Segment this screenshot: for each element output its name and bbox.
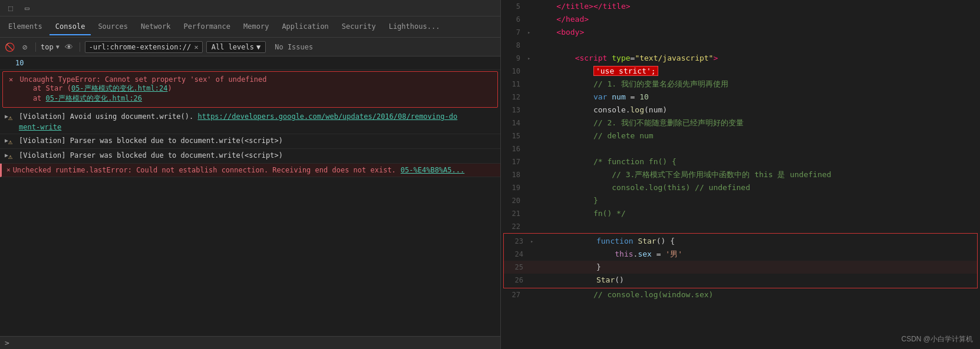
line-number-24: 24 — [504, 248, 530, 261]
tab-security[interactable]: Security — [336, 19, 382, 35]
code-line-23: 23 ▸ function Star() { — [504, 235, 977, 248]
toolbar-separator-2 — [80, 42, 80, 52]
line-content-13: console.log(num) — [536, 104, 980, 117]
levels-label: All levels — [212, 43, 254, 51]
code-line-24: 24 this.sex = '男' — [504, 248, 977, 261]
line-content-7: <body> — [536, 26, 980, 39]
device-icon[interactable]: ▭ — [21, 2, 33, 14]
eye-icon[interactable]: 👁 — [63, 41, 75, 53]
console-content: 10 ✕ Uncaught TypeError: Cannot set prop… — [0, 56, 500, 336]
warning-icon-2: ⚠ — [8, 137, 17, 147]
line-number-6: 6 — [501, 13, 527, 26]
line-number-7: 7 — [501, 26, 527, 39]
warning-icon-1: ⚠ — [8, 112, 17, 123]
line-content-18: // 3.严格模式下全局作用域中函数中的 this 是 undefined — [536, 168, 980, 181]
line-content-25: } — [539, 261, 977, 274]
line-number-5: 5 — [501, 0, 527, 13]
code-editor-panel: 5 </title></title> 6 </head> 7 ▸ <body> … — [501, 0, 980, 349]
error-highlight-box: 23 ▸ function Star() { 24 this.sex = '男'… — [503, 233, 978, 288]
line-content-27: // console.log(window.sex) — [536, 288, 980, 301]
code-line-11: 11 // 1. 我们的变量名必须先声明再使用 — [501, 78, 980, 91]
output-value: 10 — [15, 58, 24, 68]
unchecked-error-text: Unchecked runtime.lastError: Could not e… — [13, 165, 396, 175]
line-content-24: this.sex = '男' — [539, 248, 977, 261]
console-toolbar: 🚫 ⊘ top ▼ 👁 ✕ All levels ▼ No Issues — [0, 38, 500, 56]
line-number-10: 10 — [501, 65, 527, 78]
filter-clear-button[interactable]: ✕ — [194, 43, 198, 51]
error-icon: ✕ — [9, 75, 13, 84]
no-issues-button[interactable]: No Issues — [269, 41, 318, 53]
line-number-25: 25 — [504, 261, 530, 274]
line-content-19: console.log(this) // undefined — [536, 181, 980, 194]
log-levels-button[interactable]: All levels ▼ — [206, 41, 266, 53]
tab-lighthouse[interactable]: Lighthous... — [383, 19, 446, 35]
error-block: ✕ Uncaught TypeError: Cannot set propert… — [2, 71, 498, 108]
tab-application[interactable]: Application — [276, 19, 334, 35]
error-main-message: ✕ Uncaught TypeError: Cannot set propert… — [9, 75, 491, 84]
code-line-5: 5 </title></title> — [501, 0, 980, 13]
cursor-icon[interactable]: ⬚ — [5, 2, 17, 14]
violation-text-3: [Violation] Parser was blocked due to do… — [19, 150, 283, 161]
unchecked-error-link[interactable]: 05-%E4%B8%A5... — [401, 165, 464, 175]
console-input[interactable] — [14, 339, 496, 347]
console-violation-3: ▶ ⚠ [Violation] Parser was blocked due t… — [0, 149, 500, 164]
error-stack-2: at 05-严格模式的变化.html:26 — [9, 94, 491, 104]
console-output-number: 10 — [0, 56, 500, 70]
line-content-15: // delete num — [536, 129, 980, 142]
tab-performance[interactable]: Performance — [178, 19, 236, 35]
console-bottom-bar: > — [0, 336, 500, 349]
error-stack-1: at Star (05-严格模式的变化.html:24) — [9, 84, 491, 94]
tab-network[interactable]: Network — [135, 19, 177, 35]
code-line-26: 26 Star() — [504, 274, 977, 287]
context-label: top — [41, 43, 54, 51]
console-prompt: > — [5, 338, 9, 347]
warning-icon-3: ⚠ — [8, 151, 17, 162]
console-violation-1: ▶ ⚠ [Violation] Avoid using document.wri… — [0, 110, 500, 134]
line-number-9: 9 — [501, 52, 527, 65]
error-link-1[interactable]: 05-严格模式的变化.html:24 — [71, 84, 167, 92]
line-number-20: 20 — [501, 194, 527, 207]
line-content-5: </title></title> — [536, 0, 980, 13]
filter-toggle-button[interactable]: ⊘ — [19, 41, 31, 53]
line-number-11: 11 — [501, 78, 527, 91]
code-line-6: 6 </head> — [501, 13, 980, 26]
line-arrow-9: ▸ — [527, 52, 536, 65]
code-line-15: 15 // delete num — [501, 129, 980, 142]
context-arrow[interactable]: ▼ — [56, 44, 60, 50]
clear-console-button[interactable]: 🚫 — [4, 41, 15, 53]
code-line-18: 18 // 3.严格模式下全局作用域中函数中的 this 是 undefined — [501, 168, 980, 181]
line-number-14: 14 — [501, 117, 527, 129]
tab-memory[interactable]: Memory — [237, 19, 275, 35]
tab-console[interactable]: Console — [50, 19, 91, 35]
filter-input-wrap: ✕ — [85, 41, 203, 53]
line-content-20: } — [536, 194, 980, 207]
line-number-26: 26 — [504, 274, 530, 287]
tab-elements[interactable]: Elements — [2, 19, 48, 35]
code-line-19: 19 console.log(this) // undefined — [501, 181, 980, 194]
tab-sources[interactable]: Sources — [92, 19, 134, 35]
error-link-2[interactable]: 05-严格模式的变化.html:26 — [46, 94, 142, 102]
line-number-13: 13 — [501, 104, 527, 117]
devtools-panel: ⬚ ▭ Elements Console Sources Network Per… — [0, 0, 501, 349]
devtools-tabs: Elements Console Sources Network Perform… — [0, 16, 500, 38]
filter-input[interactable] — [89, 43, 192, 51]
line-content-10: 'use strict'; — [536, 65, 980, 78]
code-line-13: 13 console.log(num) — [501, 104, 980, 117]
line-number-27: 27 — [501, 288, 527, 301]
code-line-8: 8 — [501, 39, 980, 52]
line-content-26: Star() — [539, 274, 977, 287]
code-line-9: 9 ▸ <script type="text/javascript"> — [501, 52, 980, 65]
line-content-14: // 2. 我们不能随意删除已经声明好的变量 — [536, 117, 980, 129]
violation-link-1[interactable]: https://developers.google.com/web/update… — [19, 112, 457, 131]
line-number-21: 21 — [501, 207, 527, 220]
line-number-23: 23 — [504, 235, 530, 248]
line-content-6: </head> — [536, 13, 980, 26]
code-line-22: 22 — [501, 220, 980, 233]
code-line-27: 27 // console.log(window.sex) — [501, 288, 980, 301]
line-content-17: /* function fn() { — [536, 155, 980, 168]
line-content-11: // 1. 我们的变量名必须先声明再使用 — [536, 78, 980, 91]
line-number-12: 12 — [501, 91, 527, 104]
line-content-23: function Star() { — [539, 235, 977, 248]
code-editor: 5 </title></title> 6 </head> 7 ▸ <body> … — [501, 0, 980, 349]
code-line-12: 12 var num = 10 — [501, 91, 980, 104]
